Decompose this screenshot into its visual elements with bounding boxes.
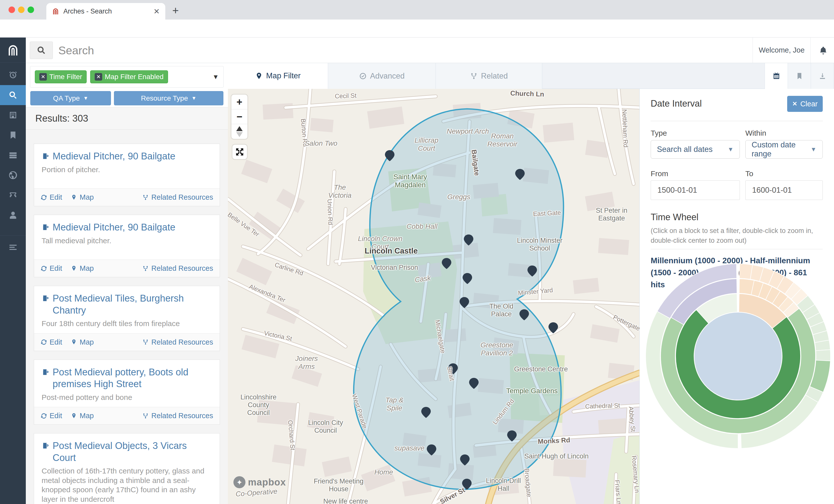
tab-map-filter[interactable]: Map Filter bbox=[228, 63, 328, 89]
artefact-icon bbox=[42, 153, 49, 160]
edit-link[interactable]: Edit bbox=[41, 264, 62, 273]
sidebar-item-resource[interactable] bbox=[0, 105, 26, 125]
arches-favicon bbox=[52, 7, 59, 15]
related-resources-link[interactable]: Related Resources bbox=[142, 338, 213, 346]
map-label: Victorian Prison bbox=[371, 264, 418, 272]
map-link[interactable]: Map bbox=[71, 338, 94, 346]
related-resources-link[interactable]: Related Resources bbox=[142, 264, 213, 273]
map-link[interactable]: Map bbox=[71, 193, 94, 202]
sidebar-item-recent[interactable] bbox=[0, 65, 26, 85]
tab-time-filter[interactable] bbox=[765, 63, 788, 89]
sidebar-item-profile[interactable] bbox=[0, 205, 26, 225]
map-canvas[interactable]: Cecil StChurch LnBurton RdNettleham RdNe… bbox=[228, 89, 639, 504]
results-list[interactable]: Medieval Pitcher, 90 Bailgate Portion of… bbox=[26, 130, 228, 504]
filter-tag-time[interactable]: ✕ Time Filter bbox=[35, 70, 87, 83]
card-footer: Edit Map Related Resources bbox=[34, 407, 220, 425]
sidebar-item-bookmark[interactable] bbox=[0, 125, 26, 145]
chevron-down-icon[interactable]: ▼ bbox=[212, 73, 219, 81]
sidebar-item-menu[interactable] bbox=[0, 235, 26, 259]
remove-filter-icon[interactable]: ✕ bbox=[95, 73, 102, 81]
sidebar-item-data[interactable] bbox=[0, 145, 26, 165]
edit-link[interactable]: Edit bbox=[41, 338, 62, 346]
time-wheel-chart[interactable] bbox=[645, 264, 831, 449]
within-select[interactable]: Custom date range▼ bbox=[745, 140, 823, 159]
resource-title[interactable]: Post Medieval pottery, Boots old premise… bbox=[52, 366, 212, 390]
clear-label: Clear bbox=[800, 100, 817, 108]
date-type-select[interactable]: Search all dates▼ bbox=[651, 140, 740, 159]
sidebar-item-geo[interactable] bbox=[0, 165, 26, 185]
tab-export[interactable] bbox=[811, 63, 834, 89]
minimize-window-button[interactable] bbox=[18, 6, 25, 13]
card-body: Medieval Pitcher, 90 Bailgate Tall medie… bbox=[34, 215, 220, 259]
facet-label: QA Type bbox=[53, 94, 80, 102]
notifications-button[interactable] bbox=[811, 38, 834, 63]
map-label: Cecil St bbox=[335, 92, 356, 100]
resource-title[interactable]: Post Medieval Tiles, Burghersh Chantry bbox=[52, 293, 212, 316]
filter-tag-label: Time Filter bbox=[49, 73, 82, 81]
zoom-in-button[interactable]: + bbox=[232, 95, 247, 109]
edit-icon bbox=[41, 339, 47, 345]
map-label: Nettleham Rd bbox=[621, 109, 629, 147]
filter-tag-map[interactable]: ✕ Map Filter Enabled bbox=[90, 70, 168, 83]
time-filter-panel: Date Interval ✕ Clear Type Within Search… bbox=[639, 89, 834, 504]
chevron-down-icon: ▼ bbox=[728, 146, 733, 153]
map-label: Church Ln bbox=[510, 89, 544, 98]
search-input[interactable]: Search bbox=[58, 44, 94, 57]
pitch-toggle-button[interactable] bbox=[232, 124, 247, 139]
card-footer: Edit Map Related Resources bbox=[34, 259, 220, 277]
tab-label: Advanced bbox=[370, 72, 405, 81]
resource-title[interactable]: Medieval Pitcher, 90 Bailgate bbox=[52, 222, 175, 233]
maximize-window-button[interactable] bbox=[27, 6, 34, 13]
result-card: Post Medieval pottery, Boots old premise… bbox=[34, 360, 220, 425]
resource-description: Four 18th century delft tiles from firep… bbox=[42, 319, 212, 328]
related-icon bbox=[142, 194, 149, 201]
from-date-input[interactable]: 1500-01-01 bbox=[651, 180, 740, 200]
chevron-down-icon: ▼ bbox=[192, 95, 197, 101]
new-tab-button[interactable]: + bbox=[172, 5, 179, 16]
close-window-button[interactable] bbox=[8, 6, 15, 13]
result-card: Post Medieval Objects, 3 Vicars Court Co… bbox=[34, 433, 220, 504]
tab-label: Related bbox=[481, 72, 508, 81]
resource-title[interactable]: Post Medieval Objects, 3 Vicars Court bbox=[52, 440, 212, 464]
tab-related[interactable]: Related bbox=[436, 63, 542, 89]
qa-type-dropdown[interactable]: QA Type▼ bbox=[30, 91, 111, 105]
tab-advanced[interactable]: Advanced bbox=[328, 63, 436, 89]
artefact-icon bbox=[42, 368, 49, 376]
edit-link[interactable]: Edit bbox=[41, 412, 62, 420]
clock-icon bbox=[8, 70, 18, 80]
check-circle-icon bbox=[359, 72, 367, 80]
map-link[interactable]: Map bbox=[71, 412, 94, 420]
map-label: Lillicrap Court bbox=[407, 136, 446, 153]
bell-icon bbox=[819, 46, 828, 54]
tab-label: Map Filter bbox=[266, 71, 301, 80]
mapbox-logo: ✦ mapbox bbox=[234, 476, 286, 488]
related-resources-link[interactable]: Related Resources bbox=[142, 412, 213, 420]
map-label: Lincoln City Council bbox=[306, 419, 346, 434]
map-label: Tap & Spile bbox=[379, 396, 410, 412]
map-link[interactable]: Map bbox=[71, 264, 94, 273]
search-button[interactable] bbox=[30, 42, 53, 59]
time-wheel-segment-century[interactable] bbox=[816, 350, 831, 361]
clear-button[interactable]: ✕ Clear bbox=[787, 96, 823, 112]
resource-title[interactable]: Medieval Pitcher, 90 Bailgate bbox=[52, 151, 175, 162]
sidebar-item-cards[interactable] bbox=[0, 185, 26, 205]
zoom-out-button[interactable]: − bbox=[232, 109, 247, 124]
browser-tab[interactable]: Arches - Search ✕ bbox=[46, 3, 165, 20]
map-label: Joiners Arms bbox=[290, 354, 323, 371]
fullscreen-button[interactable] bbox=[233, 145, 247, 159]
map-label: Lincoln Castle bbox=[365, 247, 418, 255]
tab-saved-searches[interactable] bbox=[788, 63, 811, 89]
time-wheel-center[interactable] bbox=[695, 313, 782, 399]
result-card: Medieval Pitcher, 90 Bailgate Portion of… bbox=[34, 144, 220, 206]
to-date-input[interactable]: 1600-01-01 bbox=[745, 180, 823, 200]
resource-type-dropdown[interactable]: Resource Type▼ bbox=[114, 91, 223, 105]
remove-filter-icon[interactable]: ✕ bbox=[39, 73, 47, 81]
active-filters-box[interactable]: ✕ Time Filter ✕ Map Filter Enabled ▼ bbox=[30, 66, 224, 88]
related-resources-link[interactable]: Related Resources bbox=[142, 193, 213, 202]
edit-link[interactable]: Edit bbox=[41, 193, 62, 202]
close-tab-icon[interactable]: ✕ bbox=[154, 7, 160, 16]
sidebar-item-search[interactable] bbox=[0, 85, 26, 105]
card-body: Medieval Pitcher, 90 Bailgate Portion of… bbox=[34, 144, 220, 188]
user-menu[interactable]: Welcome, Joe bbox=[753, 38, 810, 63]
server-icon bbox=[8, 151, 18, 160]
